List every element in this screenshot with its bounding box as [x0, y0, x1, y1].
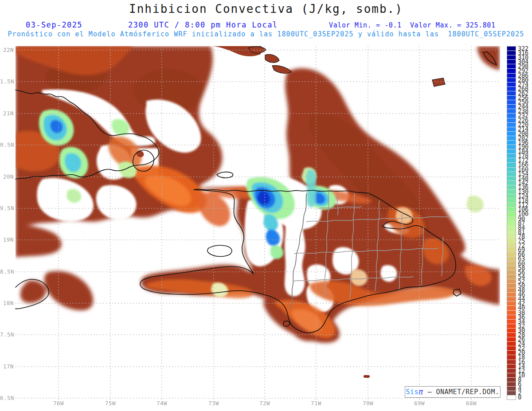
- lat-label: 21N: [0, 110, 14, 117]
- colorbar-swatch: [507, 346, 516, 350]
- colorbar-swatch: [507, 382, 516, 386]
- colorbar-swatch: [507, 55, 516, 59]
- colorbar-swatch: [507, 158, 516, 162]
- colorbar-swatch: [507, 368, 516, 373]
- colorbar-swatch: [507, 261, 516, 266]
- colorbar-swatch: [507, 194, 516, 198]
- colorbar-swatch: [507, 279, 516, 283]
- colorbar-swatch: [507, 118, 516, 122]
- colorbar-swatch: [507, 305, 516, 310]
- colorbar-swatch: [507, 364, 516, 368]
- colorbar-swatch: [507, 355, 516, 359]
- colorbar-value: 0: [518, 395, 531, 399]
- lon-label: 69W: [410, 400, 429, 407]
- colorbar-swatch: [507, 149, 516, 153]
- colorbar-swatch: [507, 288, 516, 292]
- colorbar-swatch: [507, 216, 516, 221]
- lon-label: 76W: [49, 400, 68, 407]
- lon-label: 71W: [306, 400, 326, 407]
- colorbar-swatch: [507, 360, 516, 364]
- colorbar-swatch: [507, 185, 516, 189]
- colorbar-swatch: [507, 391, 516, 395]
- lat-label: 6.5N: [0, 395, 14, 401]
- colorbar-swatch: [507, 51, 516, 55]
- colorbar-swatch: [507, 270, 516, 274]
- colorbar-swatch: [507, 86, 516, 91]
- colorbar-swatch: [507, 140, 516, 145]
- credit-badge: Sisπ – ONAMET/REP.DOM.: [405, 386, 501, 398]
- lon-label: 74W: [152, 400, 172, 407]
- colorbar-swatch: [507, 386, 516, 391]
- colorbar-swatch: [507, 221, 516, 225]
- lat-label: 22N: [0, 47, 14, 53]
- colorbar-swatch: [507, 172, 516, 176]
- colorbar-swatch: [507, 82, 516, 86]
- colorbar: [507, 46, 516, 400]
- colorbar-swatch: [507, 239, 516, 243]
- lon-label: 73W: [204, 400, 223, 407]
- colorbar-swatch: [507, 104, 516, 109]
- colorbar-swatch: [507, 283, 516, 288]
- colorbar-swatch: [507, 189, 516, 194]
- lon-label: 70W: [358, 400, 378, 407]
- colorbar-swatch: [507, 145, 516, 149]
- colorbar-swatch: [507, 100, 516, 104]
- colorbar-swatch: [507, 247, 516, 252]
- colorbar-swatch: [507, 324, 516, 328]
- colorbar-swatch: [507, 301, 516, 305]
- colorbar-swatch: [507, 127, 516, 131]
- colorbar-swatch: [507, 256, 516, 261]
- lat-label: 9.5N: [0, 205, 14, 211]
- lon-label: 72W: [255, 400, 274, 407]
- lat-label: 1.5N: [0, 78, 14, 85]
- colorbar-swatch: [507, 243, 516, 247]
- colorbar-swatch: [507, 234, 516, 239]
- colorbar-swatch: [507, 131, 516, 136]
- colorbar-swatch: [507, 341, 516, 346]
- colorbar-swatch: [507, 252, 516, 256]
- colorbar-swatch: [507, 122, 516, 127]
- colorbar-swatch: [507, 91, 516, 95]
- lat-label: 7.5N: [0, 331, 14, 338]
- colorbar-swatch: [507, 162, 516, 167]
- badge-credit-text: – ONAMET/REP.DOM.: [423, 388, 500, 396]
- colorbar-swatch: [507, 180, 516, 185]
- weather-map-canvas: [0, 0, 532, 411]
- colorbar-swatch: [507, 333, 516, 337]
- lat-label: 18N: [0, 300, 14, 306]
- colorbar-swatch: [507, 310, 516, 315]
- colorbar-swatch: [507, 225, 516, 230]
- colorbar-swatch: [507, 203, 516, 207]
- colorbar-swatch: [507, 230, 516, 234]
- colorbar-swatch: [507, 274, 516, 279]
- lon-label: 75W: [101, 400, 120, 407]
- colorbar-swatch: [507, 292, 516, 297]
- colorbar-swatch: [507, 328, 516, 333]
- lon-label: 68W: [462, 400, 481, 407]
- colorbar-swatch: [507, 319, 516, 324]
- field-layer: [16, 44, 500, 378]
- colorbar-swatch: [507, 395, 516, 399]
- badge-pi-icon: π: [419, 388, 423, 396]
- colorbar-swatch: [507, 113, 516, 117]
- colorbar-swatch: [507, 64, 516, 68]
- colorbar-swatch: [507, 167, 516, 172]
- lat-label: 8.5N: [0, 268, 14, 275]
- lat-label: 19N: [0, 236, 14, 243]
- colorbar-swatch: [507, 176, 516, 180]
- colorbar-swatch: [507, 315, 516, 319]
- colorbar-swatch: [507, 78, 516, 82]
- colorbar-labels: 3223163103042982922862802742682622562502…: [518, 46, 531, 400]
- lat-label: 20N: [0, 173, 14, 180]
- lat-label: 17N: [0, 363, 14, 370]
- colorbar-swatch: [507, 73, 516, 78]
- colorbar-swatch: [507, 211, 516, 216]
- colorbar-swatch: [507, 95, 516, 100]
- colorbar-swatch: [507, 266, 516, 270]
- colorbar-swatch: [507, 373, 516, 377]
- colorbar-swatch: [507, 153, 516, 158]
- colorbar-swatch: [507, 198, 516, 203]
- colorbar-swatch: [507, 337, 516, 341]
- colorbar-swatch: [507, 207, 516, 211]
- colorbar-swatch: [507, 109, 516, 113]
